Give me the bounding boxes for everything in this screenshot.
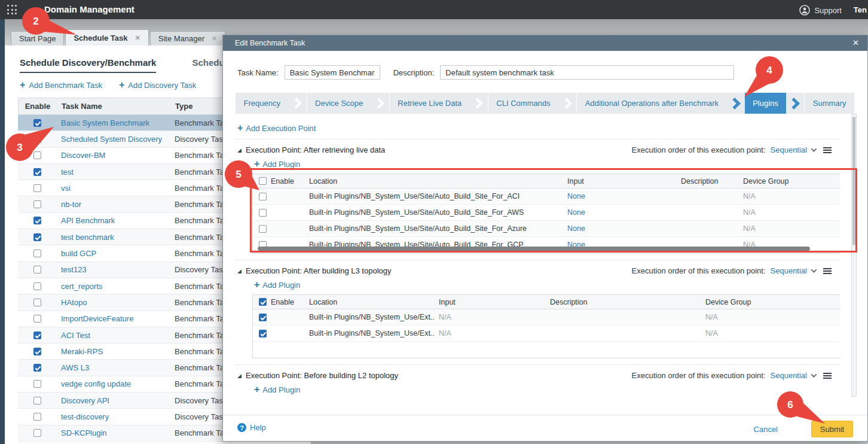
task-enable-checkbox[interactable]: [33, 315, 41, 323]
wizard-tab[interactable]: CLI Commands: [488, 93, 558, 114]
help-button[interactable]: Help: [237, 423, 266, 432]
plugin-enable-checkbox[interactable]: [259, 193, 267, 200]
menu-icon[interactable]: [823, 372, 832, 379]
task-name-link[interactable]: HAtopo: [56, 298, 87, 307]
cancel-button[interactable]: Cancel: [754, 425, 778, 434]
collapse-triangle-icon[interactable]: [237, 373, 242, 379]
task-name-link[interactable]: SD-KCPlugin: [56, 428, 107, 437]
task-name-link[interactable]: test benchmark: [56, 233, 114, 242]
task-name-link[interactable]: ImportDeviceFeature: [56, 314, 133, 323]
plugin-enable-checkbox[interactable]: [259, 225, 267, 233]
add-execution-point-link[interactable]: Add Execution Point: [246, 124, 316, 133]
plugin-enable-checkbox[interactable]: [259, 330, 267, 337]
task-enable-checkbox[interactable]: [33, 119, 41, 127]
task-enable-checkbox[interactable]: [33, 380, 41, 388]
task-name-link[interactable]: test-discovery: [56, 412, 109, 421]
task-enable-checkbox[interactable]: [33, 397, 41, 405]
task-enable-checkbox[interactable]: [33, 364, 41, 372]
add-task-label: Add Discovery Task: [128, 81, 196, 90]
description-label: Description:: [393, 68, 435, 77]
task-enable-checkbox[interactable]: [33, 266, 41, 273]
chevron-down-icon[interactable]: [811, 267, 817, 273]
schedule-subtab[interactable]: Schedule Discovery/Benchmark: [20, 57, 156, 73]
task-enable-checkbox[interactable]: [33, 250, 41, 257]
task-name-link[interactable]: nb-tor: [56, 200, 81, 209]
task-name-link[interactable]: API Benchmark: [56, 216, 115, 225]
horizontal-scrollbar[interactable]: [258, 247, 810, 251]
task-enable-checkbox[interactable]: [33, 184, 41, 192]
plugin-input[interactable]: None: [563, 192, 676, 200]
wizard-arrow-separator: [470, 93, 488, 114]
wizard-tab[interactable]: Summary: [804, 93, 854, 114]
chevron-down-icon[interactable]: [811, 372, 817, 378]
enable-all-checkbox[interactable]: [259, 177, 267, 185]
plugin-input[interactable]: N/A: [434, 329, 545, 337]
apps-grid-icon[interactable]: [7, 5, 17, 15]
plugin-enable-checkbox[interactable]: [259, 314, 267, 321]
collapse-triangle-icon[interactable]: [237, 147, 242, 153]
execution-order-dropdown[interactable]: Sequential: [771, 371, 807, 380]
menu-icon[interactable]: [823, 147, 832, 154]
task-enable-checkbox[interactable]: [33, 151, 41, 159]
description-input[interactable]: [440, 65, 734, 80]
task-name-input[interactable]: [285, 65, 380, 80]
task-name-link[interactable]: ACI Test: [56, 331, 90, 340]
window-tab[interactable]: Start Page: [11, 31, 64, 45]
tab-close-icon[interactable]: [135, 34, 140, 42]
task-enable-checkbox[interactable]: [33, 135, 41, 143]
support-button[interactable]: Support: [799, 5, 842, 16]
task-enable-checkbox[interactable]: [33, 200, 41, 208]
wizard-tab[interactable]: Additional Operations after Benchmark: [576, 93, 726, 114]
window-tab[interactable]: Schedule Task: [65, 29, 148, 45]
menu-icon[interactable]: [823, 267, 832, 275]
task-name-link[interactable]: Meraki-RPS: [56, 347, 103, 356]
add-plugin-link[interactable]: Add Plugin: [262, 160, 300, 169]
task-name-link[interactable]: build GCP: [56, 249, 96, 258]
task-enable-checkbox[interactable]: [33, 168, 41, 176]
wizard-tab[interactable]: Retrieve Live Data: [389, 93, 470, 114]
tab-close-icon[interactable]: [212, 35, 217, 42]
task-enable-checkbox[interactable]: [33, 282, 41, 290]
task-name-link[interactable]: Discovery API: [56, 396, 109, 405]
vertical-scrollbar-thumb[interactable]: [852, 117, 855, 245]
plugin-input[interactable]: None: [563, 224, 676, 233]
task-enable-checkbox[interactable]: [33, 299, 41, 306]
submit-button[interactable]: Submit: [811, 421, 853, 437]
close-icon[interactable]: [852, 38, 859, 47]
chevron-down-icon[interactable]: [811, 146, 817, 152]
plugin-input[interactable]: None: [563, 208, 676, 217]
plus-icon: [254, 159, 259, 169]
enable-all-checkbox[interactable]: [259, 298, 267, 306]
plugin-input[interactable]: N/A: [434, 313, 545, 321]
execution-order-dropdown[interactable]: Sequential: [771, 145, 807, 154]
execution-order-label: Execution order of this execution point:: [632, 266, 766, 275]
task-enable-checkbox[interactable]: [33, 332, 41, 339]
plugin-enable-checkbox[interactable]: [259, 209, 267, 217]
task-enable-checkbox[interactable]: [33, 233, 41, 241]
task-enable-checkbox[interactable]: [33, 413, 41, 421]
task-enable-checkbox[interactable]: [33, 217, 41, 224]
window-tab[interactable]: Site Manager: [150, 31, 226, 45]
collapse-triangle-icon[interactable]: [237, 268, 242, 274]
plugin-table: EnableLocationInputDescriptionDevice Gro…: [252, 294, 840, 358]
task-name-link[interactable]: vedge config update: [56, 379, 131, 388]
wizard-tab[interactable]: Plugins: [745, 93, 787, 114]
task-name-link[interactable]: cert_reports: [56, 282, 102, 291]
task-name-link[interactable]: vsi: [56, 184, 71, 193]
add-task-link[interactable]: Add Benchmark Task: [20, 80, 102, 90]
task-name-link[interactable]: test: [56, 168, 74, 177]
add-plugin-link[interactable]: Add Plugin: [262, 281, 300, 290]
task-name-link[interactable]: Basic System Benchmark: [56, 118, 149, 127]
add-plugin-link[interactable]: Add Plugin: [262, 385, 300, 394]
wizard-tab[interactable]: Frequency: [235, 93, 289, 114]
task-name-link[interactable]: Discover-BM: [56, 151, 105, 160]
task-enable-checkbox[interactable]: [33, 348, 41, 355]
task-name-link[interactable]: AWS L3: [56, 363, 89, 372]
vertical-scrollbar[interactable]: [851, 114, 857, 397]
wizard-tab[interactable]: Device Scope: [307, 93, 371, 114]
execution-order-dropdown[interactable]: Sequential: [771, 266, 807, 275]
task-name-link[interactable]: test123: [56, 265, 87, 274]
task-name-link[interactable]: Scheduled System Discovery: [56, 135, 162, 144]
add-task-link[interactable]: Add Discovery Task: [119, 80, 196, 90]
task-enable-checkbox[interactable]: [33, 429, 41, 437]
